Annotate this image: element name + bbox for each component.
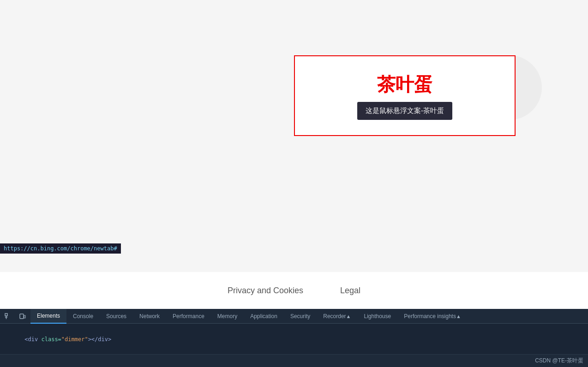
devtools-panel: Elements Console Sources Network Perform… xyxy=(0,309,588,367)
browser-page: 茶叶蛋 这是鼠标悬浮文案-茶叶蛋 Privacy and Cookies Leg… xyxy=(0,0,588,309)
svg-rect-0 xyxy=(5,314,7,316)
tab-application[interactable]: Application xyxy=(244,309,284,324)
tooltip-box: 这是鼠标悬浮文案-茶叶蛋 xyxy=(357,102,452,120)
inspect-icon[interactable] xyxy=(4,312,12,320)
code-line-1: <div class="dimmer"></div> xyxy=(5,326,583,353)
privacy-link[interactable]: Privacy and Cookies xyxy=(228,286,303,296)
footer: Privacy and Cookies Legal xyxy=(0,272,588,309)
performance-insights-icon: ▲ xyxy=(456,314,461,319)
tab-memory[interactable]: Memory xyxy=(211,309,244,324)
svg-rect-3 xyxy=(20,314,24,319)
device-icon[interactable] xyxy=(18,312,27,320)
tab-elements[interactable]: Elements xyxy=(30,309,66,324)
url-bar: https://cn.bing.com/chrome/newtab# xyxy=(0,243,121,254)
devtools-code-area: <div class="dimmer"></div> <div class="s… xyxy=(0,324,588,354)
tab-lighthouse[interactable]: Lighthouse xyxy=(357,309,397,324)
tab-performance-insights[interactable]: Performance insights ▲ xyxy=(397,309,468,324)
tab-network[interactable]: Network xyxy=(133,309,166,324)
legal-link[interactable]: Legal xyxy=(340,286,360,296)
attribution-text: CSDN @TE-茶叶蛋 xyxy=(535,357,583,365)
recorder-icon: ▲ xyxy=(346,314,351,319)
tab-security[interactable]: Security xyxy=(284,309,317,324)
devtools-icons xyxy=(0,312,30,320)
tab-sources[interactable]: Sources xyxy=(100,309,133,324)
tab-console[interactable]: Console xyxy=(66,309,100,324)
svg-rect-4 xyxy=(24,315,25,318)
page-heading: 茶叶蛋 xyxy=(377,72,432,97)
tab-recorder[interactable]: Recorder ▲ xyxy=(317,309,357,324)
content-box: 茶叶蛋 这是鼠标悬浮文案-茶叶蛋 xyxy=(294,55,516,136)
devtools-tabs: Elements Console Sources Network Perform… xyxy=(0,309,588,324)
tab-performance[interactable]: Performance xyxy=(166,309,211,324)
devtools-bottom-bar: CSDN @TE-茶叶蛋 xyxy=(0,354,588,367)
